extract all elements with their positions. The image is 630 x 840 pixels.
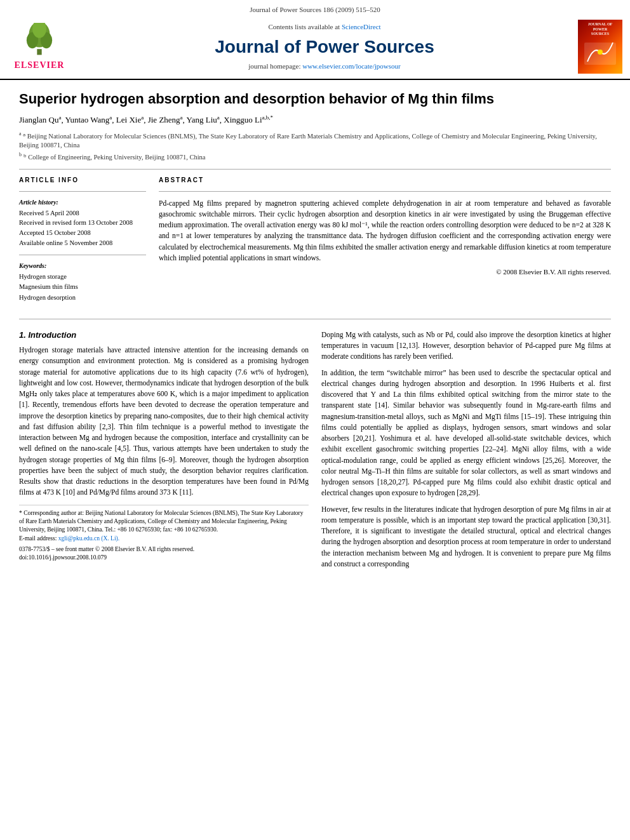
journal-info-text: Journal of Power Sources 186 (2009) 515–… bbox=[250, 6, 380, 13]
sciencedirect-link[interactable]: ScienceDirect bbox=[342, 23, 381, 30]
article-history-block: Article history: Received 5 April 2008 R… bbox=[19, 198, 146, 248]
journal-title-center: Contents lists available at ScienceDirec… bbox=[71, 22, 578, 72]
article-history-label: Article history: bbox=[19, 198, 146, 207]
doi-line: doi:10.1016/j.jpowsour.2008.10.079 bbox=[19, 554, 309, 562]
cover-graphic-icon bbox=[581, 36, 619, 68]
corresponding-author-note: * Corresponding author at: Beijing Natio… bbox=[19, 509, 309, 535]
keyword-3: Hydrogen desorption bbox=[19, 293, 146, 303]
intro-heading: 1. Introduction bbox=[19, 330, 309, 341]
right-para-1: Doping Mg with catalysts, such as Nb or … bbox=[321, 330, 611, 363]
body-left-column: 1. Introduction Hydrogen storage materia… bbox=[19, 330, 309, 575]
copyright-text: © 2008 Elsevier B.V. All rights reserved… bbox=[159, 267, 611, 277]
received-date: Received 5 April 2008 bbox=[19, 208, 146, 218]
info-abstract-columns: ARTICLE INFO Article history: Received 5… bbox=[19, 176, 611, 310]
elsevier-brand-text: ELSEVIER bbox=[15, 59, 65, 72]
keyword-2: Magnesium thin films bbox=[19, 282, 146, 293]
sciencedirect-line: Contents lists available at ScienceDirec… bbox=[71, 22, 578, 32]
divider-abstract bbox=[159, 191, 611, 192]
keywords-list: Hydrogen storage Magnesium thin films Hy… bbox=[19, 272, 146, 303]
journal-homepage: journal homepage: www.elsevier.com/locat… bbox=[71, 62, 578, 71]
journal-title-text: Journal of Power Sources bbox=[71, 34, 578, 59]
available-date: Available online 5 November 2008 bbox=[19, 238, 146, 248]
keywords-block: Keywords: Hydrogen storage Magnesium thi… bbox=[19, 262, 146, 303]
divider-info bbox=[19, 191, 146, 192]
journal-info-line: Journal of Power Sources 186 (2009) 515–… bbox=[0, 5, 630, 15]
abstract-text: Pd-capped Mg films prepared by magnetron… bbox=[159, 198, 611, 264]
keyword-1: Hydrogen storage bbox=[19, 272, 146, 283]
right-para-2: In addition, the term “switchable mirror… bbox=[321, 368, 611, 499]
article-title: Superior hydrogen absorption and desorpt… bbox=[19, 90, 611, 109]
intro-para-1: Hydrogen storage materials have attracte… bbox=[19, 345, 309, 498]
authors-line: Jianglan Qua, Yuntao Wanga, Lei Xiea, Ji… bbox=[19, 114, 611, 126]
issn-line: 0378-7753/$ – see front matter © 2008 El… bbox=[19, 545, 309, 554]
header-main: ELSEVIER Contents lists available at Sci… bbox=[0, 17, 630, 76]
elsevier-logo: ELSEVIER bbox=[8, 23, 71, 72]
abstract-column: ABSTRACT Pd-capped Mg films prepared by … bbox=[159, 176, 611, 310]
body-columns: 1. Introduction Hydrogen storage materia… bbox=[19, 330, 611, 575]
revised-date: Received in revised form 13 October 2008 bbox=[19, 218, 146, 228]
body-right-column: Doping Mg with catalysts, such as Nb or … bbox=[321, 330, 611, 575]
email-line: E-mail address: xgli@pku.edu.cn (X. Li). bbox=[19, 535, 309, 543]
affiliation-b: b ᵇ College of Engineering, Peking Unive… bbox=[19, 151, 611, 162]
journal-homepage-link[interactable]: www.elsevier.com/locate/jpowsour bbox=[302, 62, 400, 70]
journal-header: Journal of Power Sources 186 (2009) 515–… bbox=[0, 0, 630, 80]
divider-after-affiliations bbox=[19, 169, 611, 170]
divider-keywords bbox=[19, 255, 146, 255]
divider-body bbox=[19, 319, 611, 319]
keywords-label: Keywords: bbox=[19, 262, 146, 270]
article-content: Superior hydrogen absorption and desorpt… bbox=[0, 80, 630, 585]
elsevier-tree-icon bbox=[20, 23, 58, 58]
right-para-3: However, few results in the literatures … bbox=[321, 504, 611, 570]
footnote-section: * Corresponding author at: Beijing Natio… bbox=[19, 505, 309, 563]
affiliation-a: a ᵃ Beijing National Laboratory for Mole… bbox=[19, 130, 611, 150]
svg-point-6 bbox=[598, 50, 603, 55]
article-info-label: ARTICLE INFO bbox=[19, 176, 146, 185]
article-info-column: ARTICLE INFO Article history: Received 5… bbox=[19, 176, 146, 310]
accepted-date: Accepted 15 October 2008 bbox=[19, 228, 146, 238]
abstract-label: ABSTRACT bbox=[159, 176, 611, 185]
email-address[interactable]: xgli@pku.edu.cn (X. Li). bbox=[58, 535, 119, 542]
journal-cover-image: JOURNAL OFPOWERSOURCES bbox=[578, 20, 622, 74]
svg-rect-0 bbox=[37, 49, 41, 55]
page-wrapper: Journal of Power Sources 186 (2009) 515–… bbox=[0, 0, 630, 840]
